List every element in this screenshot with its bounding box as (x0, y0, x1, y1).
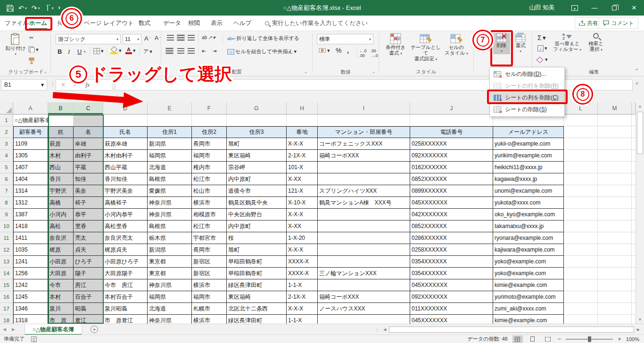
cell-J11[interactable]: 0286XXXXXX (410, 232, 493, 244)
format-cells-button[interactable]: 書式 ▾ (512, 33, 529, 54)
cell-J10[interactable]: 0852XXXXXX (410, 220, 493, 232)
cell-I4[interactable]: 箱崎コーポXXX (318, 150, 410, 162)
save-button[interactable] (7, 5, 14, 12)
new-sheet-button[interactable]: + (91, 326, 98, 333)
accounting-format-button[interactable]: ▾ (319, 47, 330, 54)
sheet-tab-active[interactable]: ○△物産顧客名簿 (25, 324, 82, 335)
cell-G7[interactable]: 道後今市 (227, 185, 287, 197)
cell-G13[interactable]: 早稲田鶴巻町 (227, 256, 287, 268)
underline-button[interactable]: U (77, 48, 82, 55)
cell-I16[interactable]: 箱崎コーポXXX (318, 291, 410, 303)
undo-button[interactable]: ↶▾ (18, 4, 27, 12)
restore-button[interactable] (604, 0, 624, 16)
cell-A4[interactable]: 1305 (13, 150, 48, 162)
cell-M16[interactable] (598, 291, 632, 303)
cell-G16[interactable]: 東区箱崎 (227, 291, 287, 303)
cell-I14[interactable]: 三ノ輪マンションXXX (318, 268, 410, 279)
cell-A2[interactable]: 顧客番号 (13, 126, 48, 138)
cell-K8[interactable]: yukota@xxxx.com (493, 197, 564, 209)
column-header-J[interactable]: J (410, 102, 493, 114)
cell-E6[interactable]: 島根県 (148, 173, 192, 185)
cell-styles-button[interactable]: セルの スタイル ▾ (442, 33, 471, 57)
row-number-17[interactable]: 17 (0, 303, 13, 315)
cell-D16[interactable]: 本村百合子 (103, 291, 148, 303)
cell-B4[interactable]: 木村 (48, 150, 74, 162)
cell-E16[interactable]: 福岡県 (148, 291, 192, 303)
merge-center-button[interactable]: ↔ セルを結合して中央揃え ▾ (227, 48, 297, 55)
cell-B8[interactable]: 高橋 (48, 197, 74, 209)
cell-L11[interactable] (564, 232, 598, 244)
cell-M15[interactable] (598, 279, 632, 291)
cell-M1[interactable] (598, 114, 632, 126)
cell-C17[interactable]: 昭義 (74, 303, 103, 315)
cell-I12[interactable] (318, 244, 410, 256)
cell-H17[interactable]: X-X-X (287, 303, 318, 315)
cell-H9[interactable]: X-X-X (287, 209, 318, 220)
cell-J1[interactable] (410, 114, 493, 126)
column-header-I[interactable]: I (318, 102, 410, 114)
row-number-1[interactable]: 1 (0, 114, 13, 126)
cell-G10[interactable]: 内中原町 (227, 220, 287, 232)
cell-E14[interactable]: 東京都 (148, 268, 192, 279)
cell-A7[interactable]: 1314 (13, 185, 48, 197)
cell-B9[interactable]: 小河内 (48, 209, 74, 220)
cell-J17[interactable]: 011XXXXXXX (410, 303, 493, 315)
cell-B10[interactable]: 高松 (48, 220, 74, 232)
cell-H15[interactable]: 1-1-X (287, 279, 318, 291)
align-left-button[interactable] (166, 48, 173, 54)
cell-D17[interactable]: 泉川昭義 (103, 303, 148, 315)
cell-J9[interactable]: 042XXXXXXX (410, 209, 493, 220)
delete-cells-button[interactable]: 削除 ▾ (493, 33, 510, 54)
minimize-button[interactable]: — (585, 0, 604, 16)
cell-D1[interactable] (103, 114, 148, 126)
cell-C4[interactable]: 由利子 (74, 150, 103, 162)
cell-F7[interactable]: 松山市 (192, 185, 227, 197)
cell-B17[interactable]: 泉川 (48, 303, 74, 315)
cell-M13[interactable] (598, 256, 632, 268)
cell-M10[interactable] (598, 220, 632, 232)
number-dialog-launcher[interactable]: ⌟ (372, 69, 377, 74)
touch-mouse-mode-button[interactable]: ▾ (45, 5, 54, 11)
expand-formula-bar-button[interactable]: ˅ (636, 81, 638, 86)
cell-J18[interactable]: 045XXXXXXX (410, 315, 493, 324)
cell-H3[interactable]: X-X-X (287, 138, 318, 150)
cell-F15[interactable]: 横浜市 (192, 279, 227, 291)
cell-D9[interactable]: 小河内恭平 (103, 209, 148, 220)
cell-J12[interactable]: 0258XXXXXX (410, 244, 493, 256)
cell-K17[interactable]: zumi_aki@xxxx.com (493, 303, 564, 315)
fill-button[interactable]: ↓▾ (537, 45, 547, 51)
cell-D18[interactable]: 市 原君江 (103, 315, 148, 324)
font-color-button[interactable]: A▾ (125, 47, 136, 54)
cell-E1[interactable] (148, 114, 192, 126)
font-dialog-launcher[interactable]: ⌟ (155, 69, 159, 74)
cell-K9[interactable]: oko_kyo@example.com (493, 209, 564, 220)
scroll-up-button[interactable]: ▲ (636, 102, 644, 110)
decrease-decimal-button[interactable]: .00→.0 (371, 49, 378, 58)
zoom-slider[interactable] (566, 339, 613, 340)
tab-page-layout[interactable]: ページ レイアウト (81, 16, 137, 31)
cell-C16[interactable]: 百合子 (74, 291, 103, 303)
cell-K12[interactable]: kajiwara@example.com (493, 244, 564, 256)
vertical-scrollbar[interactable]: ▲ ▼ (636, 102, 644, 324)
row-number-8[interactable]: 8 (0, 197, 13, 209)
increase-indent-button[interactable]: ⇥ (212, 48, 216, 54)
scroll-left-button[interactable]: ◀ (381, 327, 388, 332)
cell-C13[interactable]: ひろ子 (74, 256, 103, 268)
row-number-14[interactable]: 14 (0, 268, 13, 279)
cell-G17[interactable]: 北区北十二条西 (227, 303, 287, 315)
column-header-L[interactable]: L (564, 102, 598, 114)
cell-L16[interactable] (564, 291, 598, 303)
row-number-11[interactable]: 11 (0, 232, 13, 244)
insert-cells-button[interactable]: 挿入 ▾ (475, 33, 492, 54)
cell-K6[interactable]: kagawa@xxxx.jp (493, 173, 564, 185)
cell-H12[interactable]: X-X-X (287, 244, 318, 256)
align-center-button[interactable] (177, 48, 184, 54)
cell-G18[interactable]: 緑区長津田町 (227, 315, 287, 324)
cell-F10[interactable]: 松江市 (192, 220, 227, 232)
cell-L6[interactable] (564, 173, 598, 185)
cell-M4[interactable] (598, 150, 632, 162)
customize-qat-button[interactable]: ▾̄ (58, 6, 61, 10)
cell-L2[interactable] (564, 126, 598, 138)
cell-F12[interactable]: 長岡市 (192, 244, 227, 256)
conditional-formatting-button[interactable]: 条件付き 書式 ▾ (382, 33, 409, 57)
